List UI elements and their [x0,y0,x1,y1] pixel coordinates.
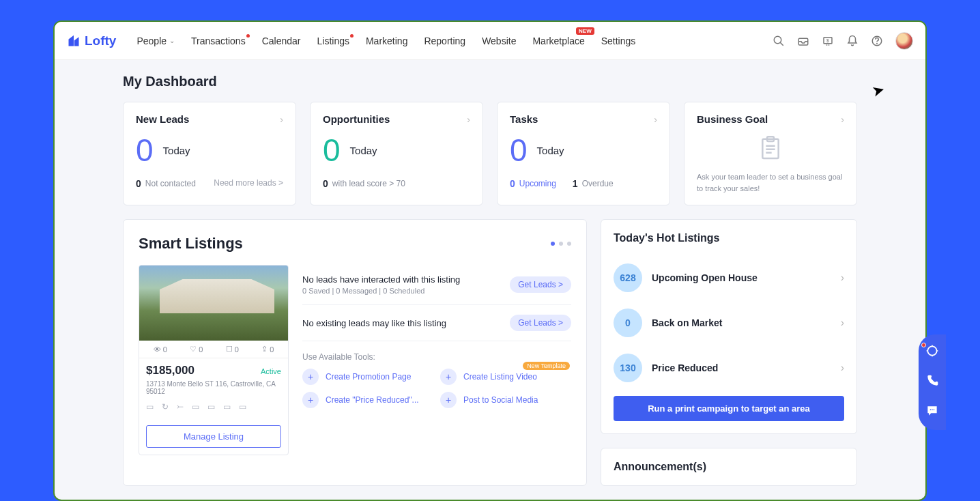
dot[interactable] [567,242,571,246]
row-2: Smart Listings 👁 0 ♡ 0 ☐ 0 [123,219,857,486]
listing-stats: 👁 0 ♡ 0 ☐ 0 ⇪ 0 [139,341,288,358]
logo[interactable]: Lofty [67,33,116,48]
inbox-icon[interactable] [797,35,809,47]
count-bubble: 628 [614,263,642,292]
bell-icon[interactable] [846,35,859,47]
smart-listings-panel: Smart Listings 👁 0 ♡ 0 ☐ 0 [123,219,587,486]
need-leads-link[interactable]: Need more leads > [214,178,283,189]
manage-listing-button[interactable]: Manage Listing [146,425,281,448]
nav-listings[interactable]: Listings [317,35,349,46]
notification-dot [246,34,250,38]
stat-value: 0 [510,134,528,166]
summary-cards-row: New Leads › 0 Today 0 Not contacted Need… [123,102,857,205]
card-new-leads[interactable]: New Leads › 0 Today 0 Not contacted Need… [123,102,296,205]
nav-settings[interactable]: Settings [601,35,636,46]
card-title: Business Goal [697,113,768,125]
notification-dot [350,34,354,38]
nav-reporting[interactable]: Reporting [424,35,465,46]
upcoming-link[interactable]: Upcoming [519,179,556,188]
new-template-badge: New Template [523,362,570,370]
tools-label: Use Available Tools: [302,352,571,362]
help-icon[interactable] [871,35,883,47]
nav-transactions[interactable]: Transactions [191,35,246,46]
hot-row-price-reduced[interactable]: 130 Price Reduced › [614,345,844,390]
shares-stat: ⇪ 0 [261,345,274,354]
side-column: Today's Hot Listings 628 Upcoming Open H… [601,219,857,486]
nav-marketplace[interactable]: Marketplace NEW [532,35,584,46]
get-leads-button[interactable]: Get Leads > [510,276,571,293]
nav-people[interactable]: People ⌄ [136,35,175,46]
nav-website[interactable]: Website [482,35,516,46]
ad-icon[interactable]: ▭ [146,402,154,412]
svg-point-6 [877,43,878,44]
get-leads-button[interactable]: Get Leads > [510,315,571,331]
listing-image[interactable] [139,266,288,341]
chat-icon[interactable] [924,404,940,420]
plus-icon: + [302,392,319,408]
card-tasks[interactable]: Tasks › 0 Today 0 Upcoming 1 Overdue [497,102,670,205]
clipboard-icon [697,134,844,164]
phone-icon[interactable] [924,374,940,390]
hot-row-open-house[interactable]: 628 Upcoming Open House › [614,255,844,300]
count-bubble: 130 [614,354,642,382]
smart-listings-title: Smart Listings [139,235,243,253]
lead-row: No existing leads may like this listing … [302,305,571,341]
hot-listings-title: Today's Hot Listings [614,232,844,244]
dot-active[interactable] [551,242,555,246]
search-icon[interactable] [773,35,785,47]
announcements-panel: Announcement(s) [601,448,857,486]
chevron-right-icon: › [841,317,844,329]
svg-point-12 [927,346,936,355]
count-bubble: 0 [614,309,642,337]
card-title: Opportunities [323,113,390,125]
hot-listings-panel: Today's Hot Listings 628 Upcoming Open H… [601,219,857,434]
dot[interactable] [559,242,563,246]
hot-row-back-on-market[interactable]: 0 Back on Market › [614,300,844,345]
doc-icon[interactable]: ▭ [207,402,215,412]
svg-point-13 [930,410,932,411]
card-opportunities[interactable]: Opportunities › 0 Today 0 with lead scor… [310,102,483,205]
svg-point-14 [932,410,933,411]
listing-status: Active [261,367,281,375]
chevron-right-icon: › [467,114,470,125]
avatar[interactable] [895,32,913,50]
share-icon[interactable]: ↻ [162,402,169,412]
print-icon[interactable]: ▭ [223,402,231,412]
card-business-goal[interactable]: Business Goal › Ask your team leader to … [684,102,857,205]
chevron-right-icon: › [654,114,657,125]
nav-marketing[interactable]: Marketing [366,35,407,46]
plus-icon: + [302,369,319,385]
svg-line-1 [780,42,783,46]
svg-point-15 [934,410,935,411]
tool-grid: + Create Promotion Page + Create Listing… [302,369,571,408]
folder-icon[interactable]: ▭ [192,402,199,412]
carousel-dots[interactable] [551,242,571,246]
card-title: Tasks [510,113,538,125]
brand-name: Lofty [85,33,116,48]
lead-row: No leads have interacted with this listi… [302,265,571,305]
tool-create-video[interactable]: + Create Listing Video New Template [440,369,571,385]
card-title: New Leads [136,113,189,125]
plus-icon: + [440,369,457,385]
listing-address: 13713 Monte Bello ST 116, Castroville, C… [146,380,281,395]
card-icon[interactable]: ▭ [239,402,246,412]
plus-icon: + [440,392,457,408]
tool-create-promotion[interactable]: + Create Promotion Page [302,369,433,385]
tool-price-reduced[interactable]: + Create "Price Reduced"... [302,392,433,408]
nav-right: $ [773,32,913,50]
floating-action-panel [919,334,946,430]
views-stat: 👁 0 [154,345,167,354]
nav-items: People ⌄ Transactions Calendar Listings … [136,35,773,46]
likes-stat: ♡ 0 [190,345,203,354]
new-badge: NEW [576,27,594,35]
network-icon[interactable]: ⤚ [177,402,184,412]
notification-dot [921,343,926,347]
payment-icon[interactable]: $ [822,35,834,47]
support-icon[interactable] [924,344,940,360]
nav-calendar[interactable]: Calendar [262,35,301,46]
tool-post-social[interactable]: + Post to Social Media [440,392,571,408]
print-campaign-button[interactable]: Run a print campaign to target an area [614,396,844,421]
chevron-right-icon: › [841,362,844,374]
svg-text:$: $ [826,38,829,42]
app-frame: Lofty People ⌄ Transactions Calendar Lis… [53,20,927,501]
